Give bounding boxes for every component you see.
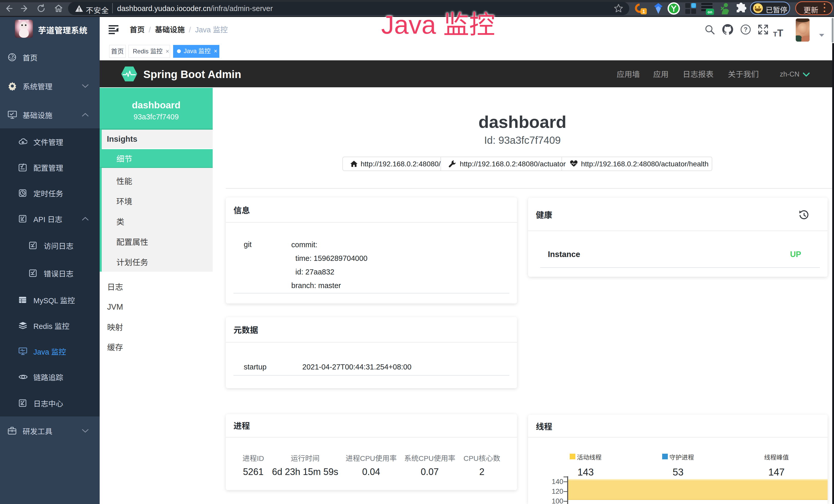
svg-text:?: ? xyxy=(744,26,748,33)
svg-text:1: 1 xyxy=(642,9,645,14)
svg-text:on: on xyxy=(708,10,712,14)
